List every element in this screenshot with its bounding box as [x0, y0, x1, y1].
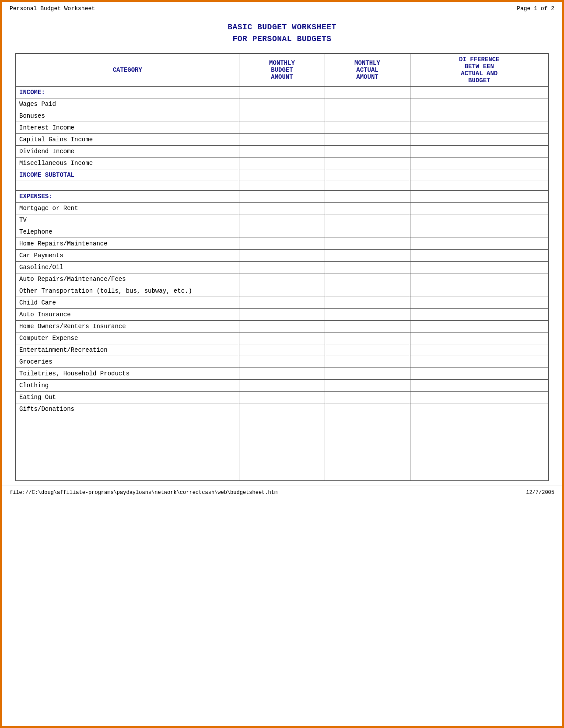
row-diff-cell: [410, 110, 549, 122]
row-diff-cell: [410, 356, 549, 368]
title-block: BASIC BUDGET WORKSHEET FOR PERSONAL BUDG…: [2, 14, 562, 53]
table-row: INCOME:: [15, 87, 549, 98]
row-budget-cell: [239, 392, 325, 403]
row-budget-cell: [239, 146, 325, 158]
row-actual-cell: [325, 214, 410, 226]
row-budget-cell: [239, 214, 325, 226]
row-category-label: Mortgage or Rent: [15, 203, 239, 214]
row-actual-cell: [325, 134, 410, 146]
row-diff-cell: [410, 203, 549, 214]
table-row: Mortgage or Rent: [15, 203, 549, 214]
spacer-category: [15, 415, 239, 481]
row-budget-cell: [239, 191, 325, 203]
row-category-label: Capital Gains Income: [15, 134, 239, 146]
row-diff-cell: [410, 146, 549, 158]
row-category-label: EXPENSES:: [15, 191, 239, 203]
row-diff-cell: [410, 226, 549, 238]
col-header-monthly-actual: MONTHLYACTUALAMOUNT: [325, 53, 410, 87]
row-category-label: Computer Expense: [15, 332, 239, 344]
table-row: Groceries: [15, 356, 549, 368]
table-row: Eating Out: [15, 392, 549, 403]
row-category-label: Clothing: [15, 380, 239, 392]
row-actual-cell: [325, 285, 410, 297]
empty-diff: [410, 181, 549, 191]
empty-category: [15, 181, 239, 191]
row-category-label: Eating Out: [15, 392, 239, 403]
header-right: Page 1 of 2: [517, 5, 554, 12]
row-diff-cell: [410, 134, 549, 146]
row-diff-cell: [410, 191, 549, 203]
row-diff-cell: [410, 392, 549, 403]
row-category-label: INCOME:: [15, 87, 239, 98]
row-budget-cell: [239, 368, 325, 380]
col-header-difference: DI FFERENCEBETW EENACTUAL ANDBUDGET: [410, 53, 549, 87]
row-actual-cell: [325, 297, 410, 309]
row-diff-cell: [410, 273, 549, 285]
row-category-label: INCOME SUBTOTAL: [15, 169, 239, 181]
row-actual-cell: [325, 356, 410, 368]
row-category-label: Other Transportation (tolls, bus, subway…: [15, 285, 239, 297]
row-actual-cell: [325, 332, 410, 344]
row-category-label: Groceries: [15, 356, 239, 368]
table-row: Gasoline/Oil: [15, 262, 549, 273]
row-actual-cell: [325, 158, 410, 169]
row-budget-cell: [239, 250, 325, 262]
row-actual-cell: [325, 309, 410, 321]
table-row: Other Transportation (tolls, bus, subway…: [15, 285, 549, 297]
page-header: Personal Budget Worksheet Page 1 of 2: [2, 2, 562, 14]
row-category-label: Home Repairs/Maintenance: [15, 238, 239, 250]
table-row: Bonuses: [15, 110, 549, 122]
row-actual-cell: [325, 191, 410, 203]
row-category-label: Car Payments: [15, 250, 239, 262]
table-row: [15, 181, 549, 191]
row-diff-cell: [410, 297, 549, 309]
row-actual-cell: [325, 226, 410, 238]
row-category-label: Home Owners/Renters Insurance: [15, 321, 239, 332]
table-row: Gifts/Donations: [15, 403, 549, 415]
footer-left: file://C:\doug\affiliate-programs\payday…: [10, 490, 277, 496]
row-actual-cell: [325, 321, 410, 332]
row-category-label: Interest Income: [15, 122, 239, 134]
row-diff-cell: [410, 332, 549, 344]
row-diff-cell: [410, 87, 549, 98]
row-budget-cell: [239, 273, 325, 285]
row-actual-cell: [325, 110, 410, 122]
row-actual-cell: [325, 380, 410, 392]
row-category-label: Miscellaneous Income: [15, 158, 239, 169]
row-budget-cell: [239, 309, 325, 321]
row-actual-cell: [325, 250, 410, 262]
row-budget-cell: [239, 380, 325, 392]
spacer-actual: [325, 415, 410, 481]
table-row: Interest Income: [15, 122, 549, 134]
row-diff-cell: [410, 158, 549, 169]
row-category-label: Bonuses: [15, 110, 239, 122]
page-footer: file://C:\doug\affiliate-programs\payday…: [2, 486, 562, 497]
row-category-label: Gasoline/Oil: [15, 262, 239, 273]
row-budget-cell: [239, 332, 325, 344]
row-actual-cell: [325, 262, 410, 273]
row-budget-cell: [239, 110, 325, 122]
budget-table: CATEGORY MONTHLYBUDGETAMOUNT MONTHLYACTU…: [15, 53, 549, 481]
row-actual-cell: [325, 146, 410, 158]
table-row: Dividend Income: [15, 146, 549, 158]
row-actual-cell: [325, 203, 410, 214]
row-category-label: Entertainment/Recreation: [15, 344, 239, 356]
row-category-label: Auto Repairs/Maintenance/Fees: [15, 273, 239, 285]
spacer-diff: [410, 415, 549, 481]
row-diff-cell: [410, 238, 549, 250]
row-diff-cell: [410, 262, 549, 273]
row-diff-cell: [410, 403, 549, 415]
table-row: Entertainment/Recreation: [15, 344, 549, 356]
row-actual-cell: [325, 392, 410, 403]
table-header-row: CATEGORY MONTHLYBUDGETAMOUNT MONTHLYACTU…: [15, 53, 549, 87]
table-row: Home Repairs/Maintenance: [15, 238, 549, 250]
row-actual-cell: [325, 238, 410, 250]
row-actual-cell: [325, 98, 410, 110]
row-actual-cell: [325, 122, 410, 134]
row-budget-cell: [239, 203, 325, 214]
row-budget-cell: [239, 344, 325, 356]
row-category-label: Child Care: [15, 297, 239, 309]
row-budget-cell: [239, 403, 325, 415]
row-budget-cell: [239, 87, 325, 98]
table-row: Telephone: [15, 226, 549, 238]
